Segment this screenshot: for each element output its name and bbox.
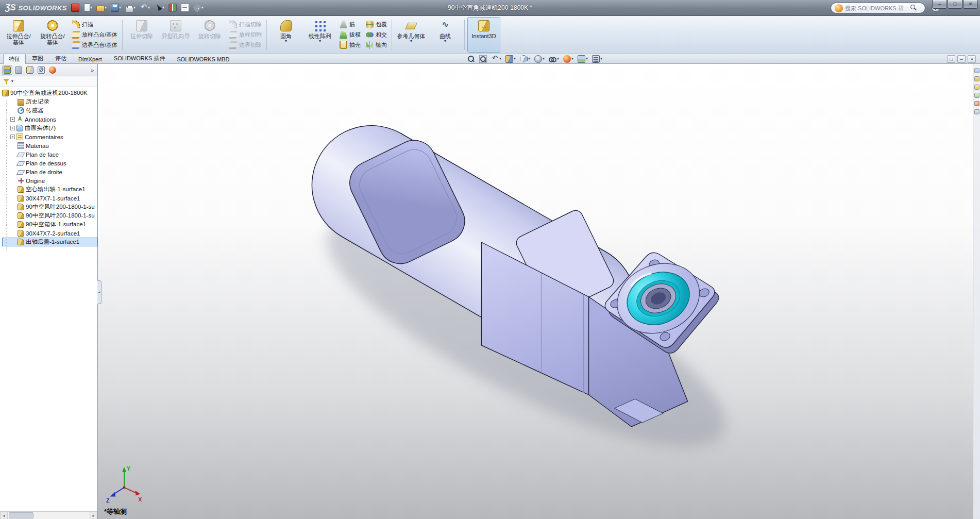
tree-item[interactable]: Plan de dessus	[2, 159, 97, 168]
configurationmanager-tab-button[interactable]	[25, 65, 35, 75]
linear-pattern-button[interactable]: 线性阵列▾	[303, 17, 336, 53]
tab-sketch[interactable]: 草图	[26, 53, 49, 63]
doc-restore-icon[interactable]: □	[947, 55, 955, 63]
lofted-boss-button[interactable]: 放样凸台/基体	[71, 30, 119, 40]
zoom-area-button[interactable]	[478, 55, 488, 63]
print-button[interactable]: ▾	[124, 4, 137, 12]
tree-item[interactable]: 传感器	[2, 106, 97, 115]
scroll-track[interactable]	[8, 512, 90, 519]
view-orientation-button[interactable]: ▾	[519, 55, 531, 63]
tree-item[interactable]: Materiau	[2, 141, 97, 150]
open-document-button[interactable]: ▾	[95, 4, 108, 12]
manager-overflow-icon[interactable]: »	[91, 67, 95, 73]
shell-button[interactable]: 抽壳	[338, 41, 362, 50]
tree-item[interactable]: 出轴后盖-1-surface1	[2, 238, 97, 246]
filter-caret-icon[interactable]: ▾	[11, 79, 13, 83]
tree-item[interactable]: 30X47X7-1-surface1	[2, 194, 97, 203]
zoom-fit-button[interactable]	[466, 55, 476, 63]
displaymanager-tab-button[interactable]	[47, 65, 58, 75]
search-input[interactable]	[845, 5, 904, 11]
expand-icon[interactable]: +	[10, 135, 15, 139]
graphics-area[interactable]: Y X Z *等轴测	[98, 64, 973, 519]
new-document-button[interactable]: ▾	[82, 3, 94, 13]
tab-addins[interactable]: SOLIDWORKS 插件	[108, 53, 171, 63]
rib-button[interactable]: 筋	[338, 20, 362, 29]
tree-item[interactable]: Plan de droite	[2, 168, 97, 176]
tab-mbd[interactable]: SOLIDWORKS MBD	[171, 55, 235, 63]
taskpane-resources-icon[interactable]	[974, 68, 979, 73]
save-button[interactable]: ▾	[109, 3, 123, 13]
expand-icon[interactable]: +	[10, 117, 15, 122]
close-button[interactable]: ✕	[963, 0, 978, 9]
propertymanager-tab-button[interactable]	[13, 65, 24, 75]
minimize-button[interactable]: –	[932, 0, 947, 9]
toolbar-overflow-icon[interactable]: »	[968, 55, 976, 63]
section-view-button[interactable]: ▾	[504, 55, 517, 63]
tree-item[interactable]: 90中空风叶200-1800-1-su	[2, 203, 97, 211]
instant3d-button[interactable]: Instant3D	[467, 17, 500, 53]
swept-cut-button[interactable]: 扫描切除	[228, 20, 263, 29]
tree-item[interactable]: 空心输出轴-1-surface1	[2, 185, 97, 194]
boundary-boss-button[interactable]: 边界凸台/基体	[71, 41, 119, 50]
select-button[interactable]: ▾	[153, 3, 166, 13]
tree-item[interactable]: Origine	[2, 176, 97, 185]
hide-show-button[interactable]: ▾	[548, 55, 560, 63]
tree-item[interactable]: +Annotations	[2, 115, 97, 124]
panel-horizontal-scrollbar[interactable]: ◂ ▸	[0, 511, 97, 519]
display-style-button[interactable]: ▾	[533, 55, 546, 63]
search-box[interactable]: ▾	[831, 3, 925, 13]
maximize-button[interactable]: □	[948, 0, 962, 9]
extruded-boss-button[interactable]: 拉伸凸台/基体	[2, 17, 35, 53]
gear-motor-model[interactable]	[300, 126, 752, 488]
lofted-cut-button[interactable]: 放样切割	[228, 30, 263, 40]
undo-button[interactable]: ▾	[138, 3, 151, 13]
revolved-cut-button[interactable]: 旋转切除	[193, 17, 226, 53]
wrap-button[interactable]: 包覆	[364, 20, 388, 29]
boundary-cut-button[interactable]: 边界切除	[228, 41, 263, 50]
view-settings-button[interactable]: ▾	[591, 55, 603, 63]
taskpane-design-library-icon[interactable]	[974, 76, 979, 81]
search-caret-icon[interactable]: ▾	[906, 6, 908, 10]
tree-item[interactable]: +曲面实体(7)	[2, 124, 97, 132]
tree-item[interactable]: 90中空箱体-1-surface1	[2, 220, 97, 229]
hole-wizard-button[interactable]: 异型孔向导	[159, 17, 192, 53]
previous-view-button[interactable]: ▾	[490, 55, 502, 63]
intersect-button[interactable]: 相交	[364, 30, 388, 40]
tree-item[interactable]: 历史记录	[2, 97, 97, 106]
tree-item-root[interactable]: 90中空直角减速机200-1800K	[2, 89, 97, 97]
tab-features[interactable]: 特征	[3, 54, 26, 64]
scroll-thumb[interactable]	[9, 512, 33, 518]
panel-splitter-handle[interactable]: ◂	[97, 280, 102, 304]
taskpane-custom-properties-icon[interactable]	[974, 109, 979, 114]
search-magnifier-icon[interactable]	[910, 4, 918, 12]
edit-appearance-button[interactable]: ▾	[562, 55, 575, 63]
tree-item[interactable]: 30X47X7-2-surface1	[2, 229, 97, 238]
extruded-cut-button[interactable]: 拉伸切除	[125, 17, 158, 53]
featuremanager-tab-button[interactable]	[2, 65, 12, 75]
rebuild-button[interactable]	[167, 3, 178, 13]
tab-dimxpert[interactable]: DimXpert	[73, 55, 108, 63]
fillet-button[interactable]: 圆角▾	[269, 17, 302, 53]
taskpane-view-palette-icon[interactable]	[974, 93, 979, 98]
tab-evaluate[interactable]: 评估	[49, 53, 72, 63]
filter-bar[interactable]: ▾	[0, 76, 97, 87]
swept-boss-button[interactable]: 扫描	[71, 20, 119, 29]
dimxpertmanager-tab-button[interactable]	[36, 65, 46, 75]
tree-item[interactable]: +Commentaires	[2, 132, 97, 141]
file-properties-button[interactable]	[179, 3, 191, 13]
taskpane-file-explorer-icon[interactable]	[974, 85, 979, 90]
reference-geometry-button[interactable]: 参考几何体▾	[395, 17, 428, 53]
expand-icon[interactable]: +	[10, 126, 15, 130]
draft-button[interactable]: 拔模	[338, 30, 362, 40]
tree-item[interactable]: Plan de face	[2, 150, 97, 159]
tree-item[interactable]: 90中空风叶200-1800-1-su	[2, 211, 97, 220]
scroll-left-arrow[interactable]: ◂	[0, 512, 8, 519]
options-button[interactable]: ▾	[192, 3, 205, 13]
taskpane-appearances-icon[interactable]	[974, 101, 979, 106]
apply-scene-button[interactable]: ▾	[577, 55, 589, 63]
revolved-boss-button[interactable]: 旋转凸台/基体	[36, 17, 69, 53]
mirror-button[interactable]: 镜向	[364, 41, 388, 50]
doc-minimize-icon[interactable]: –	[957, 55, 966, 63]
curves-button[interactable]: 曲线▾	[429, 17, 462, 53]
scroll-right-arrow[interactable]: ▸	[90, 512, 97, 519]
